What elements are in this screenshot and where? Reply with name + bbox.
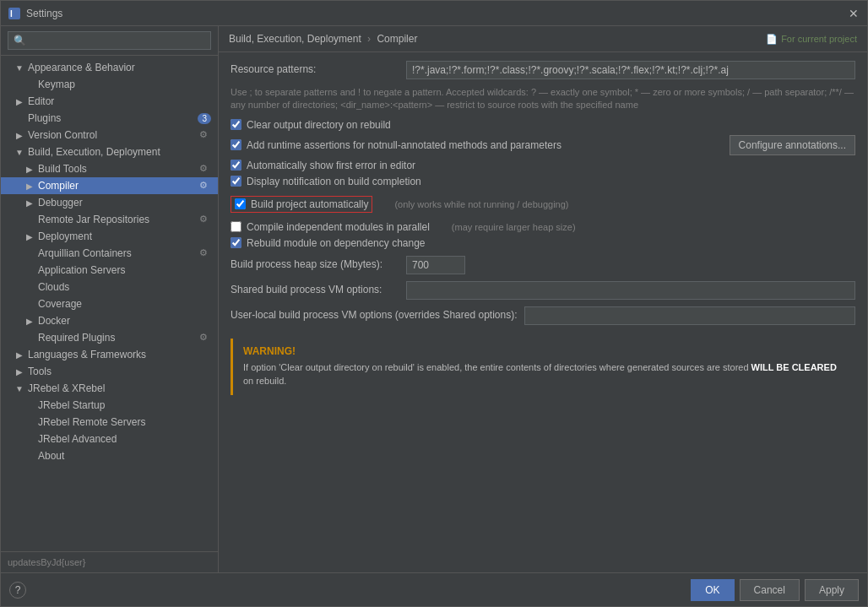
cancel-button[interactable]: Cancel bbox=[740, 579, 800, 601]
apply-button[interactable]: Apply bbox=[805, 579, 859, 601]
sidebar-item-jrebel-startup[interactable]: JRebel Startup bbox=[1, 397, 218, 414]
sidebar-item-required-plugins[interactable]: Required Plugins ⚙ bbox=[1, 329, 218, 346]
warning-text: If option 'Clear output directory on reb… bbox=[243, 360, 845, 388]
build-automatically-checkbox[interactable] bbox=[235, 198, 246, 209]
user-vm-input[interactable] bbox=[524, 306, 856, 325]
search-box bbox=[1, 26, 218, 56]
sidebar-item-label: Compiler bbox=[38, 180, 196, 192]
expand-icon bbox=[24, 248, 35, 258]
sidebar-item-editor[interactable]: ▶ Editor bbox=[1, 93, 218, 110]
sidebar: ▼ Appearance & Behavior Keymap ▶ Editor … bbox=[1, 26, 219, 572]
show-first-error-row: Automatically show first error in editor bbox=[231, 160, 855, 171]
sidebar-item-label: Debugger bbox=[38, 197, 211, 209]
sidebar-item-tools[interactable]: ▶ Tools bbox=[1, 363, 218, 380]
rebuild-on-change-row: Rebuild module on dependency change bbox=[231, 237, 855, 249]
gear-icon: ⚙ bbox=[199, 163, 211, 175]
display-notification-row: Display notification on build completion bbox=[231, 176, 855, 187]
compile-parallel-label[interactable]: Compile independent modules in parallel bbox=[247, 221, 430, 233]
sidebar-item-debugger[interactable]: ▶ Debugger bbox=[1, 194, 218, 211]
sidebar-item-label: Deployment bbox=[38, 230, 211, 242]
expand-icon bbox=[24, 434, 35, 444]
sidebar-item-label: Build Tools bbox=[38, 163, 196, 175]
sidebar-item-deployment[interactable]: ▶ Deployment bbox=[1, 228, 218, 245]
expand-icon: ▶ bbox=[14, 366, 24, 377]
sidebar-item-build-tools[interactable]: ▶ Build Tools ⚙ bbox=[1, 160, 218, 177]
sidebar-item-version-control[interactable]: ▶ Version Control ⚙ bbox=[1, 127, 218, 144]
sidebar-item-remote-jar[interactable]: Remote Jar Repositories ⚙ bbox=[1, 211, 218, 228]
sidebar-item-jrebel[interactable]: ▼ JRebel & XRebel bbox=[1, 380, 218, 397]
expand-icon: ▼ bbox=[14, 147, 24, 157]
resource-patterns-hint: Use ; to separate patterns and ! to nega… bbox=[231, 86, 855, 112]
expand-icon bbox=[24, 417, 35, 427]
configure-annotations-button[interactable]: Configure annotations... bbox=[730, 135, 855, 155]
sidebar-item-keymap[interactable]: Keymap bbox=[1, 76, 218, 93]
expand-icon: ▶ bbox=[24, 316, 35, 326]
svg-text:I: I bbox=[10, 9, 13, 19]
sidebar-item-languages[interactable]: ▶ Languages & Frameworks bbox=[1, 346, 218, 363]
display-notification-label[interactable]: Display notification on build completion bbox=[247, 176, 421, 187]
gear-icon: ⚙ bbox=[199, 214, 211, 225]
shared-vm-input[interactable] bbox=[406, 281, 855, 300]
help-button[interactable]: ? bbox=[9, 582, 26, 599]
sidebar-item-label: Plugins bbox=[28, 112, 194, 124]
sidebar-item-compiler[interactable]: ▶ Compiler ⚙ bbox=[1, 177, 218, 194]
expand-icon: ▶ bbox=[14, 350, 24, 360]
sidebar-item-coverage[interactable]: Coverage bbox=[1, 295, 218, 312]
expand-icon bbox=[24, 79, 35, 89]
clear-output-checkbox[interactable] bbox=[231, 119, 241, 130]
sidebar-item-label: JRebel Startup bbox=[38, 399, 211, 411]
sidebar-item-appearance[interactable]: ▼ Appearance & Behavior bbox=[1, 59, 218, 76]
window-title: Settings bbox=[26, 8, 847, 19]
runtime-assertions-label[interactable]: Add runtime assertions for notnull-annot… bbox=[247, 139, 724, 151]
sidebar-item-clouds[interactable]: Clouds bbox=[1, 279, 218, 295]
expand-icon: ▶ bbox=[24, 231, 35, 241]
shared-vm-label: Shared build process VM options: bbox=[231, 281, 399, 295]
user-vm-row: User-local build process VM options (ove… bbox=[231, 306, 855, 325]
resource-patterns-input[interactable] bbox=[406, 61, 855, 79]
breadcrumb: Build, Execution, Deployment › Compiler bbox=[229, 33, 417, 45]
clear-output-label[interactable]: Clear output directory on rebuild bbox=[247, 119, 391, 131]
sidebar-item-app-servers[interactable]: Application Servers bbox=[1, 262, 218, 279]
ok-button[interactable]: OK bbox=[691, 579, 734, 601]
sidebar-item-label: Application Servers bbox=[38, 264, 211, 276]
warning-title: WARNING! bbox=[243, 345, 845, 357]
clear-output-row: Clear output directory on rebuild bbox=[231, 119, 855, 131]
expand-icon bbox=[24, 299, 35, 309]
expand-icon bbox=[24, 214, 35, 225]
gear-icon: ⚙ bbox=[199, 129, 211, 141]
sidebar-item-label: About bbox=[38, 450, 211, 462]
rebuild-on-change-label[interactable]: Rebuild module on dependency change bbox=[247, 237, 426, 249]
gear-icon: ⚙ bbox=[199, 180, 211, 192]
show-first-error-checkbox[interactable] bbox=[231, 160, 241, 171]
build-automatically-note: (only works while not running / debuggin… bbox=[394, 199, 568, 209]
show-first-error-label[interactable]: Automatically show first error in editor bbox=[247, 160, 415, 171]
sidebar-item-about[interactable]: About bbox=[1, 447, 218, 464]
sidebar-item-jrebel-remote[interactable]: JRebel Remote Servers bbox=[1, 414, 218, 431]
search-input[interactable] bbox=[8, 31, 211, 50]
gear-icon: ⚙ bbox=[199, 332, 211, 344]
build-automatically-label[interactable]: Build project automatically bbox=[251, 198, 368, 210]
warning-box: WARNING! If option 'Clear output directo… bbox=[231, 339, 855, 395]
sidebar-item-label: Editor bbox=[28, 95, 211, 107]
runtime-assertions-checkbox[interactable] bbox=[231, 139, 241, 150]
heap-size-input[interactable] bbox=[406, 256, 465, 274]
sidebar-item-label: Docker bbox=[38, 315, 211, 327]
main-content: ▼ Appearance & Behavior Keymap ▶ Editor … bbox=[1, 26, 867, 572]
sidebar-item-arquillian[interactable]: Arquillian Containers ⚙ bbox=[1, 245, 218, 262]
sidebar-item-label: JRebel Remote Servers bbox=[38, 416, 211, 428]
sidebar-item-label: Version Control bbox=[28, 129, 196, 141]
sidebar-item-label: Keymap bbox=[38, 79, 211, 90]
heap-size-label: Build process heap size (Mbytes): bbox=[231, 256, 399, 270]
display-notification-checkbox[interactable] bbox=[231, 176, 241, 187]
sidebar-item-build-exec[interactable]: ▼ Build, Execution, Deployment bbox=[1, 144, 218, 160]
sidebar-item-jrebel-advanced[interactable]: JRebel Advanced bbox=[1, 431, 218, 447]
rebuild-on-change-checkbox[interactable] bbox=[231, 237, 241, 248]
bottom-bar: ? OK Cancel Apply bbox=[1, 572, 867, 606]
close-button[interactable]: ✕ bbox=[847, 7, 860, 20]
expand-icon: ▶ bbox=[24, 164, 35, 174]
expand-icon: ▼ bbox=[14, 383, 24, 393]
sidebar-item-plugins[interactable]: Plugins 3 bbox=[1, 110, 218, 127]
right-panel: Build, Execution, Deployment › Compiler … bbox=[219, 26, 867, 572]
compile-parallel-checkbox[interactable] bbox=[231, 221, 241, 232]
sidebar-item-docker[interactable]: ▶ Docker bbox=[1, 312, 218, 329]
